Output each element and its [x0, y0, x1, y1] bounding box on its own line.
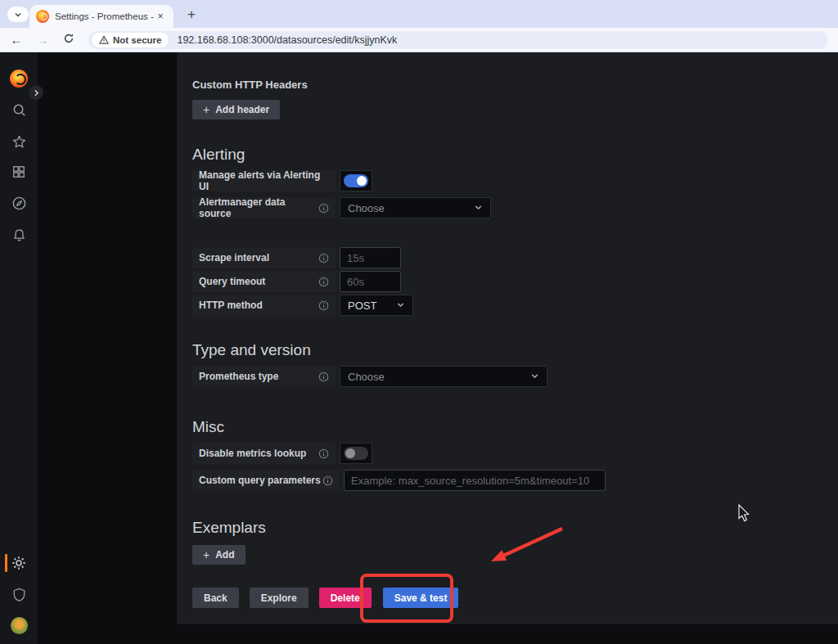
- plus-icon: +: [203, 548, 210, 561]
- warning-triangle-icon: [99, 35, 109, 45]
- starred-icon[interactable]: [0, 134, 38, 150]
- custom-query-params-row: Custom query parameters: [192, 470, 635, 491]
- screenshot-root: Settings - Prometheus - Data so × + ← → …: [0, 0, 838, 644]
- tab-close-icon[interactable]: ×: [154, 10, 167, 23]
- prometheus-type-select[interactable]: Choose: [340, 366, 547, 387]
- disable-metrics-row: Disable metrics lookup: [192, 443, 635, 464]
- type-version-section-title: Type and version: [192, 341, 635, 359]
- explore-compass-icon[interactable]: [0, 196, 38, 211]
- info-icon[interactable]: [318, 300, 329, 311]
- scrape-interval-input[interactable]: [340, 247, 401, 268]
- profile-avatar[interactable]: [0, 617, 38, 634]
- sidebar-expand-button[interactable]: [29, 85, 43, 100]
- manage-alerts-row: Manage alerts via Alerting UI: [192, 170, 635, 191]
- not-secure-badge[interactable]: Not secure: [92, 33, 169, 47]
- url-text: 192.168.68.108:3000/datasources/edit/ksj…: [177, 34, 397, 46]
- custom-query-params-label: Custom query parameters: [192, 470, 340, 491]
- not-secure-label: Not secure: [113, 35, 161, 45]
- save-and-test-button[interactable]: Save & test: [383, 588, 459, 608]
- browser-toolbar: ← → Not secure 192.168.68.108:3000/datas…: [0, 28, 838, 52]
- chevron-down-icon: [530, 371, 539, 383]
- chevron-down-icon: [396, 299, 405, 312]
- browser-tab-strip: Settings - Prometheus - Data so × +: [0, 0, 838, 28]
- tab-title: Settings - Prometheus - Data so: [55, 11, 154, 21]
- prometheus-type-row: Prometheus type Choose: [192, 366, 635, 387]
- scrape-interval-row: Scrape interval: [192, 247, 635, 268]
- new-tab-button[interactable]: +: [183, 7, 200, 23]
- back-icon[interactable]: ←: [7, 33, 26, 47]
- query-timeout-input[interactable]: [340, 271, 401, 292]
- manage-alerts-label: Manage alerts via Alerting UI: [192, 170, 336, 191]
- grafana-sidebar: [0, 52, 38, 644]
- disable-metrics-label: Disable metrics lookup: [192, 443, 336, 464]
- http-method-label: HTTP method: [192, 295, 336, 316]
- server-admin-shield-icon[interactable]: [0, 587, 38, 602]
- add-exemplar-button[interactable]: + Add: [192, 545, 246, 565]
- alerting-bell-icon[interactable]: [0, 227, 38, 243]
- add-header-button[interactable]: + Add header: [192, 100, 280, 119]
- prometheus-type-label: Prometheus type: [192, 366, 336, 387]
- chevron-down-icon: [474, 202, 483, 214]
- grafana-app: Custom HTTP Headers + Add header Alertin…: [0, 52, 838, 644]
- tab-search-button[interactable]: [7, 7, 29, 22]
- chevron-down-icon: [14, 11, 22, 19]
- http-method-row: HTTP method POST: [192, 295, 635, 316]
- misc-section-title: Misc: [192, 418, 635, 436]
- info-icon[interactable]: [318, 277, 329, 287]
- alertmanager-select[interactable]: Choose: [340, 197, 491, 218]
- action-buttons-row: Back Explore Delete Save & test: [192, 588, 635, 608]
- dashboards-icon[interactable]: [0, 164, 38, 179]
- url-bar[interactable]: Not secure 192.168.68.108:3000/datasourc…: [88, 31, 828, 49]
- back-button[interactable]: Back: [192, 588, 239, 608]
- scrape-interval-label: Scrape interval: [192, 247, 336, 268]
- query-timeout-label: Query timeout: [192, 271, 336, 292]
- plus-icon: +: [203, 103, 210, 116]
- http-method-select[interactable]: POST: [340, 295, 413, 316]
- alertmanager-row: Alertmanager data source Choose: [192, 197, 635, 218]
- manage-alerts-toggle[interactable]: [340, 170, 372, 191]
- forward-icon: →: [33, 33, 52, 47]
- search-icon[interactable]: [0, 102, 38, 118]
- browser-tab[interactable]: Settings - Prometheus - Data so ×: [29, 5, 173, 28]
- info-icon[interactable]: [318, 253, 329, 263]
- info-icon[interactable]: [322, 475, 333, 486]
- info-icon[interactable]: [318, 203, 329, 214]
- grafana-favicon-icon: [36, 10, 49, 23]
- alerting-section-title: Alerting: [192, 146, 635, 164]
- info-icon[interactable]: [318, 448, 329, 459]
- datasource-settings-panel: Custom HTTP Headers + Add header Alertin…: [177, 52, 838, 624]
- query-timeout-row: Query timeout: [192, 271, 635, 292]
- custom-http-headers-label: Custom HTTP Headers: [192, 79, 635, 90]
- grafana-logo-icon[interactable]: [0, 70, 38, 88]
- alertmanager-label: Alertmanager data source: [192, 197, 336, 218]
- explore-button[interactable]: Explore: [250, 588, 309, 608]
- reload-icon[interactable]: [59, 33, 79, 47]
- disable-metrics-toggle[interactable]: [340, 443, 372, 464]
- exemplars-section-title: Exemplars: [192, 519, 635, 537]
- info-icon[interactable]: [318, 372, 329, 382]
- custom-query-params-input[interactable]: [344, 470, 606, 491]
- configuration-gear-icon[interactable]: [0, 555, 38, 571]
- delete-button[interactable]: Delete: [319, 588, 372, 608]
